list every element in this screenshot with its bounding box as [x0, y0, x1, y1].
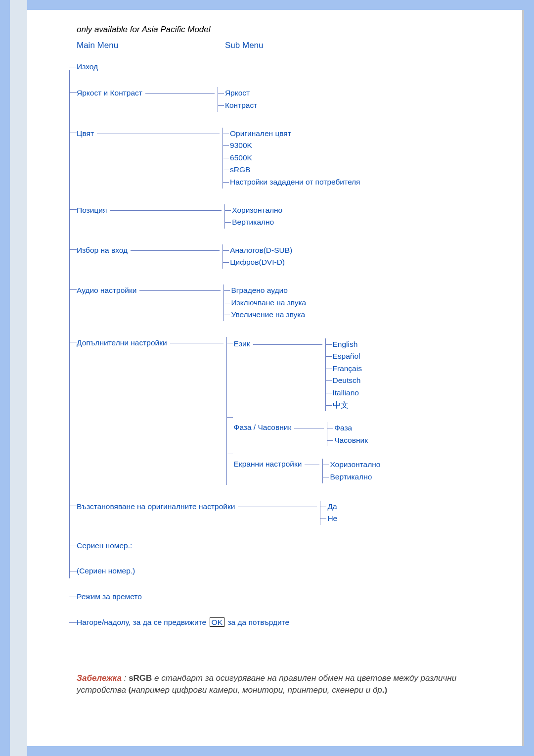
- sub-item: Аналогов(D-SUB): [223, 244, 292, 257]
- menu-item-exit: Изход: [77, 62, 504, 72]
- nav-hint-before: Нагоре/надолу, за да се предвижите: [77, 618, 206, 627]
- brightness-label: Яркост и Контраст: [77, 89, 142, 98]
- language-label: Език: [234, 338, 250, 349]
- sub-item: Оригинален цвят: [223, 128, 360, 140]
- menu-item-color: Цвят Оригинален цвят 9300K 6500K sRGB На…: [77, 128, 504, 189]
- input-label: Избор на вход: [77, 246, 128, 255]
- nav-hint-after: за да потвърдите: [227, 618, 289, 627]
- color-sub-list: Оригинален цвят 9300K 6500K sRGB Настрой…: [222, 128, 360, 189]
- footnote: Забележка : sRGB е стандарт за осигурява…: [77, 672, 494, 697]
- menu-item-navigation-hint: Нагоре/надолу, за да се предвижите OK за…: [77, 617, 504, 627]
- sub-item: sRGB: [223, 164, 360, 176]
- sub-item: 9300K: [223, 140, 360, 152]
- sub-item: Вградено аудио: [224, 284, 306, 297]
- sub-item: Deutsch: [326, 375, 362, 387]
- input-sub-list: Аналогов(D-SUB) Цифров(DVI-D): [222, 244, 292, 269]
- main-menu-items: Изход Яркост и Контраст Яркост Контраст: [77, 62, 504, 627]
- sub-item: Español: [326, 350, 362, 363]
- exit-label: Изход: [77, 62, 98, 72]
- sub-item: Вертикално: [323, 471, 380, 483]
- sub-item: Настройки зададени от потребителя: [223, 176, 360, 189]
- sub-item: 中文: [326, 399, 362, 412]
- footnote-text-paren: например цифрови камери, монитори, принт…: [131, 685, 382, 695]
- sub-item-phase: Фаза / Часовник Фаза Часовник: [227, 411, 381, 448]
- language-sub-list: English Español Français Deutsch Itallia…: [325, 338, 362, 412]
- sub-item: Italliano: [326, 387, 362, 399]
- color-label: Цвят: [77, 129, 94, 139]
- time-mode-label: Режим за времето: [77, 592, 142, 602]
- header-sub-menu: Sub Menu: [225, 41, 264, 50]
- serial-number-paren: (Сериен номер.): [77, 567, 135, 576]
- document-page: only available for Asia Pacific Model Ma…: [27, 10, 524, 746]
- sub-item: Вертикално: [225, 216, 282, 229]
- sub-item: Цифров(DVI-D): [223, 256, 292, 269]
- screen-settings-label: Екранни настройки: [234, 459, 302, 469]
- sub-item: Увеличение на звука: [224, 309, 306, 321]
- phase-sub-list: Фаза Часовник: [327, 422, 368, 446]
- gutter-strip: [10, 0, 27, 756]
- menu-item-reset: Възстановяване на оригиналните настройки…: [77, 501, 504, 525]
- menu-item-input: Избор на вход Аналогов(D-SUB) Цифров(DVI…: [77, 244, 504, 269]
- more-sub-list: Език English Español Français Deutsch It…: [226, 337, 381, 485]
- brightness-sub-list: Яркост Контраст: [218, 87, 257, 111]
- sub-item: Яркост: [218, 87, 257, 99]
- position-label: Позиция: [77, 206, 107, 215]
- menu-item-serial-paren: (Сериен номер.): [77, 566, 504, 576]
- sub-item: Фаза: [327, 422, 368, 434]
- footnote-label: Забележка: [77, 673, 122, 683]
- sub-item: 6500K: [223, 152, 360, 164]
- menu-item-serial-label: Сериен номер.:: [77, 541, 504, 551]
- audio-sub-list: Вградено аудио Изключване на звука Увели…: [223, 284, 306, 321]
- screen-sub-list: Хоризонтално Вертикално: [322, 459, 380, 483]
- ok-button-icon: OK: [210, 617, 224, 627]
- reset-label: Възстановяване на оригиналните настройки: [77, 502, 235, 512]
- sub-item: Часовник: [327, 434, 368, 447]
- footnote-srgb: sRGB: [129, 673, 152, 683]
- sub-item: English: [326, 338, 362, 351]
- sub-item: Да: [320, 501, 337, 513]
- header-main-menu: Main Menu: [77, 41, 225, 50]
- tree-trunk-line: [69, 70, 70, 578]
- column-headers: Main Menu Sub Menu: [77, 41, 504, 50]
- availability-note: only available for Asia Pacific Model: [77, 25, 504, 35]
- sub-item: Français: [326, 363, 362, 375]
- reset-sub-list: Да Не: [320, 501, 337, 525]
- menu-item-time-mode: Режим за времето: [77, 592, 504, 602]
- sub-item: Не: [320, 513, 337, 525]
- sub-item: Хоризонтално: [323, 459, 380, 471]
- menu-item-brightness: Яркост и Контраст Яркост Контраст: [77, 87, 504, 111]
- more-label: Допълнителни настройки: [77, 338, 167, 348]
- sub-item-language: Език English Español Français Deutsch It…: [227, 337, 381, 412]
- position-sub-list: Хоризонтално Вертикално: [224, 204, 282, 229]
- sub-item-screen: Екранни настройки Хоризонтално Вертикалн…: [227, 448, 381, 484]
- page-edge-shadow: [522, 10, 524, 746]
- sub-item: Контраст: [218, 99, 257, 112]
- menu-item-more: Допълнителни настройки Език: [77, 337, 504, 485]
- serial-number-label: Сериен номер.:: [77, 541, 132, 551]
- sub-item: Хоризонтално: [225, 204, 282, 217]
- phase-label: Фаза / Часовник: [234, 422, 292, 432]
- menu-item-position: Позиция Хоризонтално Вертикално: [77, 204, 504, 229]
- audio-label: Аудио настройки: [77, 286, 136, 295]
- sub-item: Изключване на звука: [224, 297, 306, 309]
- osd-tree: only available for Asia Pacific Model Ma…: [77, 25, 504, 627]
- menu-item-audio: Аудио настройки Вградено аудио Изключван…: [77, 284, 504, 321]
